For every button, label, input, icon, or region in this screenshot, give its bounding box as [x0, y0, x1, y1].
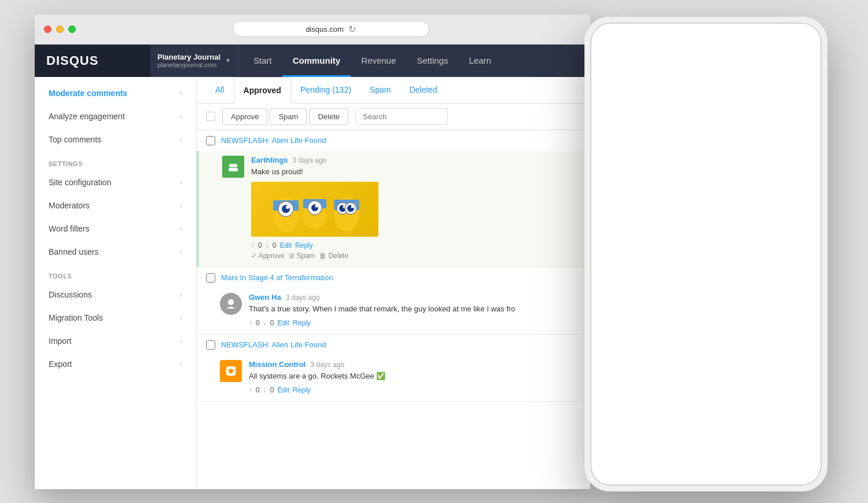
tab-all[interactable]: All — [206, 77, 234, 102]
sidebar-label-word-filters: Word filters — [49, 224, 90, 233]
sidebar-item-analyze[interactable]: Analyze engagement › — [35, 105, 196, 128]
chevron-icon-migration-tools: › — [180, 314, 182, 322]
sidebar-item-top[interactable]: Top comments › — [35, 128, 196, 151]
heart-icon: ♥ — [593, 147, 597, 156]
tab-approved[interactable]: Approved — [234, 77, 291, 104]
learn-more-button[interactable]: Learn More — [593, 98, 638, 111]
svg-point-2 — [231, 164, 235, 167]
phone-comment-earthlings: Earthlings Make us proud! — [584, 285, 827, 320]
sidebar-label-banned-users: Banned users — [49, 247, 98, 256]
edit-link-3[interactable]: Edit — [277, 386, 289, 394]
url-text: disqus.com — [306, 25, 344, 34]
upvote-2[interactable]: ↑ — [249, 319, 252, 327]
downvote-rocket[interactable]: ▼ — [634, 224, 643, 234]
upvote-3[interactable]: ↑ — [249, 386, 252, 394]
delete-mod-1[interactable]: 🗑 Delete — [319, 252, 348, 260]
comment-image-1 — [251, 182, 378, 237]
comment-actions-1: ↑ 0 ↓ 0 Edit Reply — [251, 241, 581, 249]
phone-content[interactable]: 10 Best Rocket Upgrades You won't believ… — [584, 58, 827, 491]
spam-mod-1[interactable]: ⊘ Spam — [289, 252, 315, 260]
phone-sort[interactable]: Sort By Best ▾ — [771, 147, 819, 156]
traffic-lights — [44, 25, 76, 33]
comment-group-3: NEWSFLASH: Alien Life Found — [197, 335, 590, 402]
upvote-mission[interactable]: ▲ — [628, 269, 638, 279]
tab-pending[interactable]: Pending (132) — [291, 77, 361, 102]
spam-button[interactable]: Spam — [270, 108, 307, 125]
svg-rect-33 — [607, 303, 616, 307]
sidebar-item-word-filters[interactable]: Word filters › — [35, 217, 196, 240]
approve-button[interactable]: Approve — [222, 108, 267, 125]
nav-item-start[interactable]: Start — [243, 45, 282, 77]
search-input[interactable] — [355, 108, 448, 125]
minimize-button[interactable] — [56, 25, 64, 33]
chevron-icon-moderators: › — [180, 201, 182, 210]
reply-link-3[interactable]: Reply — [293, 386, 311, 394]
content-area: All Approved Pending (132) Spam Deleted … — [197, 77, 590, 489]
upvote-rocket[interactable]: ▲ — [620, 224, 630, 234]
comment-body-3: Mission Control 3 days ago All systems a… — [249, 360, 581, 394]
nav-item-revenue[interactable]: Revenue — [351, 45, 406, 77]
chevron-icon-discussions: › — [180, 291, 182, 299]
delete-button[interactable]: Delete — [309, 108, 348, 125]
sidebar-item-site-config[interactable]: Site configuration › — [35, 171, 196, 194]
url-input[interactable]: disqus.com ↻ — [233, 21, 429, 37]
phone-avatar-earthlings — [601, 291, 623, 313]
select-all-checkbox[interactable] — [206, 112, 215, 121]
chevron-icon-word-filters: › — [180, 225, 182, 233]
site-selector[interactable]: Planetary Journal planetaryjournal.com ▼ — [150, 45, 238, 77]
sort-dropdown-icon: ▾ — [815, 147, 819, 156]
upvote-count-3: 0 — [256, 386, 260, 394]
close-button[interactable] — [44, 25, 52, 33]
phone-ad-text: 10 Best Rocket Upgrades You won't believ… — [593, 65, 767, 111]
svg-rect-3 — [229, 168, 238, 171]
downvote-3[interactable]: ↓ — [263, 386, 267, 394]
approve-mod-1[interactable]: ✓ Approve — [251, 252, 284, 260]
app-container: DISQUS Planetary Journal planetaryjourna… — [35, 45, 590, 489]
reply-link-2[interactable]: Reply — [293, 319, 311, 327]
avatar-gwen — [220, 293, 242, 315]
nav-item-community[interactable]: Community — [282, 45, 351, 77]
sidebar-item-moderate[interactable]: Moderate comments › — [35, 82, 196, 105]
nav-item-settings[interactable]: Settings — [406, 45, 458, 77]
sidebar-item-moderators[interactable]: Moderators › — [35, 194, 196, 217]
maximize-button[interactable] — [68, 25, 76, 33]
sidebar-item-discussions[interactable]: Discussions › — [35, 283, 196, 306]
svg-rect-25 — [773, 65, 819, 106]
tab-spam[interactable]: Spam — [361, 77, 400, 102]
post-title-1[interactable]: NEWSFLASH: Alien Life Found — [221, 136, 326, 145]
phone-text-mission: All systems are a go, Rockets McGee ✅ — [628, 256, 819, 266]
comment-author-3: Mission Control — [249, 360, 306, 369]
phone-recommend[interactable]: ♥ Recommend — [593, 147, 642, 156]
post-title-2[interactable]: Mars In Stage 4 of Terraformation — [221, 273, 333, 282]
sidebar-item-import[interactable]: Import › — [35, 329, 196, 353]
sidebar-item-export[interactable]: Export › — [35, 353, 196, 376]
avatar-mission — [220, 360, 242, 382]
reply-link-1[interactable]: Reply — [295, 241, 313, 249]
post-title-3[interactable]: NEWSFLASH: Alien Life Found — [221, 340, 326, 349]
nav-item-learn[interactable]: Learn — [458, 45, 501, 77]
comments-count-tab[interactable]: 10 Comments — [593, 124, 649, 136]
phone-site-tab[interactable]: Planetary Journal — [659, 125, 726, 135]
settings-section-label: SETTINGS — [35, 151, 196, 171]
phone-comment-mission: Mission Control All systems are a go, Ro… — [584, 241, 827, 285]
upvote-1[interactable]: ↑ — [251, 241, 255, 249]
reload-button[interactable]: ↻ — [348, 24, 356, 35]
downvote-mission[interactable]: ▼ — [642, 269, 652, 279]
downvote-1[interactable]: ↓ — [266, 241, 269, 249]
sidebar-label-site-config: Site configuration — [49, 178, 111, 187]
svg-point-29 — [609, 255, 614, 260]
group1-checkbox[interactable] — [206, 136, 215, 145]
phone-discussion-input[interactable]: Join the discussion... — [593, 167, 819, 190]
downvote-2[interactable]: ↓ — [263, 319, 267, 327]
group3-checkbox[interactable] — [206, 340, 215, 350]
edit-link-1[interactable]: Edit — [279, 241, 292, 249]
sidebar-item-banned-users[interactable]: Banned users › — [35, 240, 196, 263]
minion-graphic — [251, 182, 378, 237]
group2-checkbox[interactable] — [206, 273, 215, 282]
phone-status-bar: DSQS ●●●● ▲ 9:57 AM ✦ 89% — [584, 33, 827, 45]
tab-deleted[interactable]: Deleted — [400, 77, 446, 102]
author-line-1: Earthlings 3 days ago — [251, 156, 581, 164]
sidebar-item-migration-tools[interactable]: Migration Tools › — [35, 306, 196, 329]
comment-actions-2: ↑ 0 ↓ 0 Edit Reply — [249, 319, 581, 327]
edit-link-2[interactable]: Edit — [277, 319, 289, 327]
